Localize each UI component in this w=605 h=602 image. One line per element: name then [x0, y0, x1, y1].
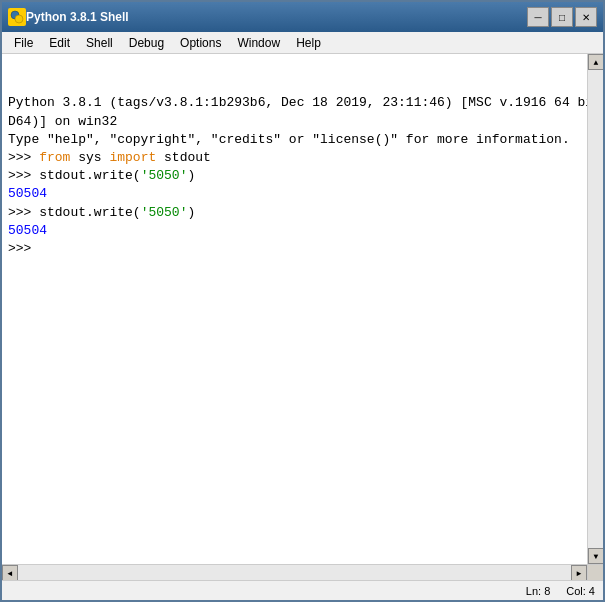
shell-segment: stdout.write(	[39, 205, 140, 220]
menu-item-window[interactable]: Window	[229, 34, 288, 52]
shell-line: 50504	[8, 222, 597, 240]
shell-segment: sys	[70, 150, 109, 165]
shell-segment: >>>	[8, 205, 39, 220]
shell-line: >>> from sys import stdout	[8, 149, 597, 167]
menu-item-help[interactable]: Help	[288, 34, 329, 52]
shell-line: >>> stdout.write('5050')	[8, 167, 597, 185]
svg-point-1	[15, 15, 23, 23]
scrollbar-corner	[587, 564, 603, 580]
shell-segment: stdout	[156, 150, 211, 165]
hscroll-track[interactable]	[18, 565, 571, 580]
shell-segment: 50504	[8, 186, 47, 201]
shell-line: Python 3.8.1 (tags/v3.8.1:1b293b6, Dec 1…	[8, 94, 597, 112]
shell-segment: '5050'	[141, 168, 188, 183]
shell-content[interactable]: Python 3.8.1 (tags/v3.8.1:1b293b6, Dec 1…	[2, 54, 603, 580]
close-button[interactable]: ✕	[575, 7, 597, 27]
shell-segment: )	[187, 205, 195, 220]
maximize-button[interactable]: □	[551, 7, 573, 27]
shell-segment: D64)] on win32	[8, 114, 117, 129]
shell-segment: )	[187, 168, 195, 183]
window-controls: ─ □ ✕	[527, 7, 597, 27]
shell-segment: import	[109, 150, 156, 165]
shell-line: >>> stdout.write('5050')	[8, 204, 597, 222]
window-title: Python 3.8.1 Shell	[26, 10, 527, 24]
shell-line: 50504	[8, 185, 597, 203]
shell-line: D64)] on win32	[8, 113, 597, 131]
shell-segment: Type "help", "copyright", "credits" or "…	[8, 132, 570, 147]
shell-output: Python 3.8.1 (tags/v3.8.1:1b293b6, Dec 1…	[8, 58, 597, 576]
shell-segment: >>>	[8, 241, 39, 256]
scroll-track[interactable]	[588, 70, 603, 548]
shell-segment: from	[39, 150, 70, 165]
scroll-down-button[interactable]: ▼	[588, 548, 603, 564]
menu-item-file[interactable]: File	[6, 34, 41, 52]
shell-line: >>>	[8, 240, 597, 258]
scroll-right-button[interactable]: ►	[571, 565, 587, 580]
shell-segment: >>>	[8, 150, 39, 165]
line-info: Ln: 8	[526, 585, 550, 597]
menu-bar: FileEditShellDebugOptionsWindowHelp	[2, 32, 603, 54]
vertical-scrollbar[interactable]: ▲ ▼	[587, 54, 603, 564]
col-info: Col: 4	[566, 585, 595, 597]
menu-item-shell[interactable]: Shell	[78, 34, 121, 52]
main-window: Python 3.8.1 Shell ─ □ ✕ FileEditShellDe…	[0, 0, 605, 602]
scroll-left-button[interactable]: ◄	[2, 565, 18, 580]
minimize-button[interactable]: ─	[527, 7, 549, 27]
shell-line: Type "help", "copyright", "credits" or "…	[8, 131, 597, 149]
app-icon	[8, 8, 26, 26]
shell-segment: Python 3.8.1 (tags/v3.8.1:1b293b6, Dec 1…	[8, 95, 597, 110]
menu-item-options[interactable]: Options	[172, 34, 229, 52]
title-bar: Python 3.8.1 Shell ─ □ ✕	[2, 2, 603, 32]
shell-segment: '5050'	[141, 205, 188, 220]
menu-item-debug[interactable]: Debug	[121, 34, 172, 52]
shell-segment: >>>	[8, 168, 39, 183]
scroll-up-button[interactable]: ▲	[588, 54, 603, 70]
status-bar: Ln: 8 Col: 4	[2, 580, 603, 600]
shell-segment: stdout.write(	[39, 168, 140, 183]
horizontal-scrollbar[interactable]: ◄ ►	[2, 564, 587, 580]
shell-segment: 50504	[8, 223, 47, 238]
menu-item-edit[interactable]: Edit	[41, 34, 78, 52]
